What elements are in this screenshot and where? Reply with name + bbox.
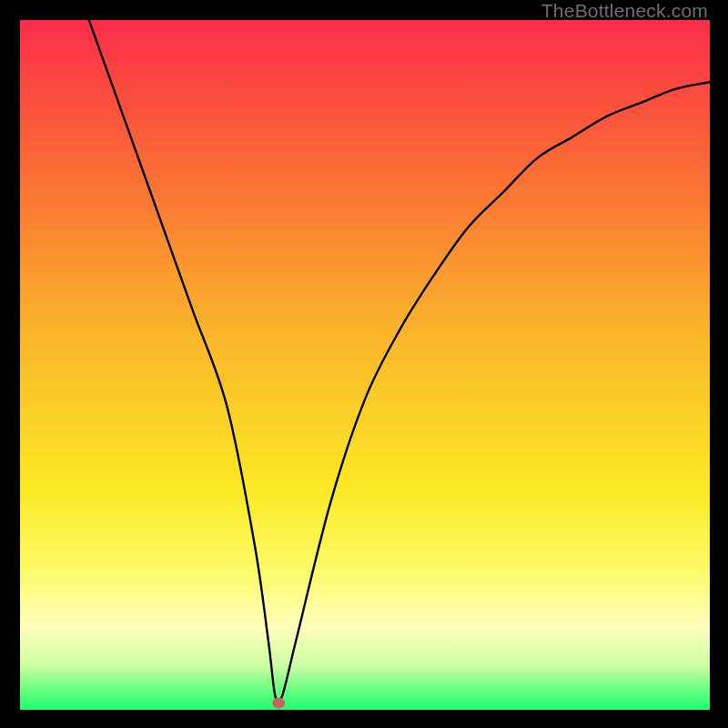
watermark-text: TheBottleneck.com: [541, 0, 708, 22]
gradient-background: [20, 20, 710, 710]
plot-area: [20, 20, 710, 710]
chart-svg: [20, 20, 710, 710]
chart-frame: TheBottleneck.com: [0, 0, 728, 728]
optimal-point-marker: [272, 697, 285, 708]
